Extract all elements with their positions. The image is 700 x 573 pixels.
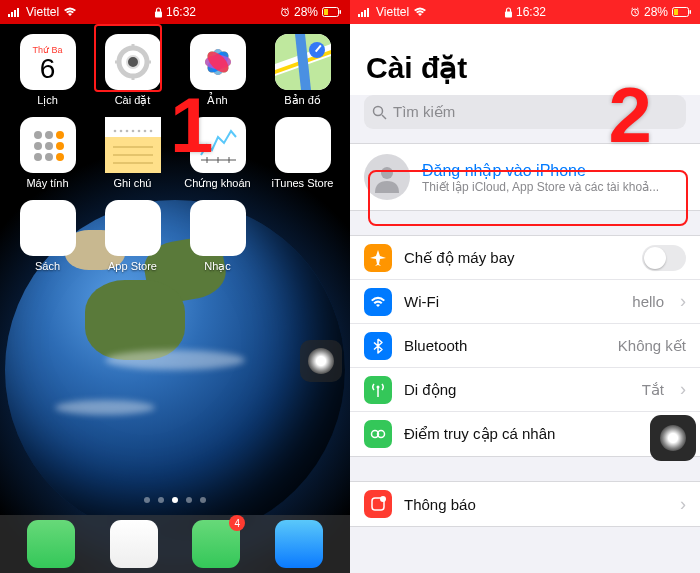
svg-point-52 xyxy=(219,229,228,238)
svg-line-63 xyxy=(382,115,386,119)
signal-icon xyxy=(8,7,22,17)
row-label: Wi-Fi xyxy=(404,293,620,310)
star-icon xyxy=(285,127,321,163)
alarm-icon xyxy=(280,7,290,17)
calendar-day: 6 xyxy=(40,55,56,83)
app-notes[interactable]: Ghi chú xyxy=(93,117,172,190)
app-label: Sách xyxy=(35,260,60,272)
app-label: Cài đặt xyxy=(115,94,151,107)
svg-rect-56 xyxy=(367,8,369,17)
status-bar: Viettel 16:32 28% xyxy=(350,0,700,24)
assistive-touch[interactable] xyxy=(300,340,342,382)
app-maps[interactable]: Bản đồ xyxy=(263,34,342,107)
badge: 4 xyxy=(229,515,245,531)
battery-pct: 28% xyxy=(644,5,668,19)
bluetooth-icon xyxy=(369,337,387,355)
app-appstore[interactable]: App Store xyxy=(93,200,172,273)
app-music[interactable]: Nhạc xyxy=(178,200,257,273)
app-label: Chứng khoán xyxy=(184,177,250,190)
carrier-label: Viettel xyxy=(26,5,59,19)
svg-point-69 xyxy=(380,496,386,502)
music-icon xyxy=(201,211,235,245)
svg-point-41 xyxy=(119,130,122,133)
hotspot-icon xyxy=(369,425,387,443)
chevron-right-icon: › xyxy=(680,494,686,515)
app-calendar[interactable]: Thứ Ba6 Lịch xyxy=(8,34,87,107)
wifi-icon xyxy=(369,293,387,311)
alarm-icon xyxy=(630,7,640,17)
wifi-icon xyxy=(413,7,427,17)
svg-point-29 xyxy=(34,142,42,150)
app-label: Máy tính xyxy=(26,177,68,189)
airplane-toggle[interactable] xyxy=(642,245,686,271)
assistive-touch[interactable] xyxy=(650,415,696,461)
app-label: Ghi chú xyxy=(114,177,152,189)
page-indicator[interactable] xyxy=(0,497,350,503)
svg-rect-35 xyxy=(105,117,161,137)
svg-rect-1 xyxy=(11,12,13,17)
annotation-highlight-1 xyxy=(94,24,162,92)
app-label: iTunes Store xyxy=(272,177,334,189)
lock-icon xyxy=(504,7,513,18)
svg-point-34 xyxy=(56,153,64,161)
battery-icon xyxy=(672,7,692,17)
row-notifications[interactable]: Thông báo › xyxy=(350,482,700,526)
dock-app-safari[interactable] xyxy=(110,520,158,568)
dock-app-messages[interactable]: 4 xyxy=(192,520,240,568)
svg-point-28 xyxy=(56,131,64,139)
app-label: App Store xyxy=(108,260,157,272)
svg-rect-55 xyxy=(364,10,366,17)
row-value: hello xyxy=(632,293,664,310)
annotation-step-2: 2 xyxy=(609,70,652,161)
notifications-icon xyxy=(369,495,387,513)
maps-icon xyxy=(275,34,331,90)
dock: 4 xyxy=(0,515,350,573)
row-label: Chế độ máy bay xyxy=(404,249,630,267)
svg-point-46 xyxy=(149,130,152,133)
svg-point-40 xyxy=(113,130,116,133)
clock-label: 16:32 xyxy=(166,5,196,19)
airplane-icon xyxy=(369,249,387,267)
svg-point-62 xyxy=(374,106,383,115)
svg-rect-7 xyxy=(340,10,342,14)
lock-icon xyxy=(154,7,163,18)
row-cellular[interactable]: Di động Tắt › xyxy=(350,368,700,412)
svg-rect-54 xyxy=(361,12,363,17)
row-wifi[interactable]: Wi-Fi hello › xyxy=(350,280,700,324)
status-bar: Viettel 16:32 28% xyxy=(0,0,350,24)
row-label: Di động xyxy=(404,381,630,399)
app-calculator[interactable]: Máy tính xyxy=(8,117,87,190)
books-icon xyxy=(28,208,68,248)
svg-point-32 xyxy=(34,153,42,161)
settings-group-notifications: Thông báo › xyxy=(350,481,700,527)
svg-rect-8 xyxy=(324,9,328,15)
row-label: Điểm truy cập cá nhân xyxy=(404,425,664,443)
chevron-right-icon: › xyxy=(680,291,686,312)
svg-rect-53 xyxy=(358,14,360,17)
row-bluetooth[interactable]: Bluetooth Không kết xyxy=(350,324,700,368)
row-label: Thông báo xyxy=(404,496,664,513)
dock-app-phone[interactable] xyxy=(27,520,75,568)
row-value: Tắt xyxy=(642,381,664,399)
svg-rect-3 xyxy=(17,8,19,17)
wifi-icon xyxy=(63,7,77,17)
svg-point-45 xyxy=(143,130,146,133)
svg-rect-2 xyxy=(14,10,16,17)
row-airplane[interactable]: Chế độ máy bay xyxy=(350,236,700,280)
app-label: Nhạc xyxy=(204,260,231,273)
chevron-right-icon: › xyxy=(680,379,686,400)
svg-point-26 xyxy=(34,131,42,139)
app-books[interactable]: Sách xyxy=(8,200,87,273)
app-itunes-store[interactable]: iTunes Store xyxy=(263,117,342,190)
carrier-label: Viettel xyxy=(376,5,409,19)
app-label: Lịch xyxy=(37,94,58,107)
clock-label: 16:32 xyxy=(516,5,546,19)
svg-rect-4 xyxy=(155,11,162,17)
row-label: Bluetooth xyxy=(404,337,606,354)
svg-point-43 xyxy=(131,130,134,133)
annotation-step-1: 1 xyxy=(170,80,213,171)
app-label: Bản đồ xyxy=(284,94,321,107)
svg-point-42 xyxy=(125,130,128,133)
dock-app-mail[interactable] xyxy=(275,520,323,568)
row-hotspot[interactable]: Điểm truy cập cá nhân › xyxy=(350,412,700,456)
